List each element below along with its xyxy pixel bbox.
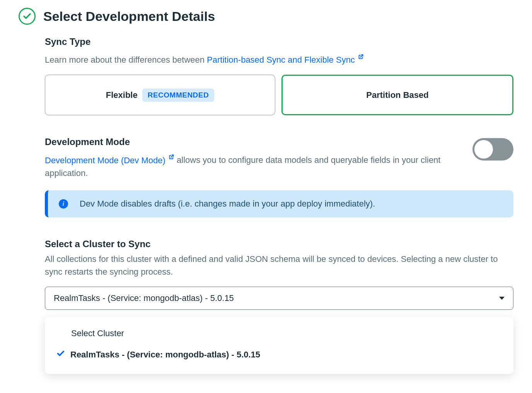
page-title: Select Development Details [43,9,215,24]
cluster-dropdown-header: Select Cluster [56,324,502,345]
external-link-icon [358,50,364,63]
chevron-down-icon [499,297,505,300]
external-link-icon [169,150,174,163]
devmode-description: Development Mode (Dev Mode) allows you t… [45,150,457,179]
devmode-heading: Development Mode [45,137,457,147]
devmode-banner-text: Dev Mode disables drafts (i.e. changes m… [80,199,375,209]
sync-option-flexible[interactable]: Flexible RECOMMENDED [45,75,275,115]
cluster-dropdown-item-label: RealmTasks - (Service: mongodb-atlas) - … [70,350,260,360]
sync-option-partition[interactable]: Partition Based [281,75,513,115]
cluster-dropdown-item[interactable]: RealmTasks - (Service: mongodb-atlas) - … [56,345,502,364]
devmode-toggle[interactable] [472,138,513,161]
toggle-knob [474,140,493,159]
cluster-description: All collections for this cluster with a … [45,253,513,278]
cluster-select[interactable]: RealmTasks - (Service: mongodb-atlas) - … [45,287,513,310]
cluster-selected-value: RealmTasks - (Service: mongodb-atlas) - … [54,293,234,303]
cluster-dropdown-panel: Select Cluster RealmTasks - (Service: mo… [45,317,513,374]
sync-option-flexible-label: Flexible [106,90,138,100]
sync-option-partition-label: Partition Based [366,90,428,100]
cluster-heading: Select a Cluster to Sync [45,239,513,249]
check-icon [56,349,65,360]
recommended-badge: RECOMMENDED [142,89,215,102]
info-icon: i [59,199,68,208]
sync-type-heading: Sync Type [45,36,513,47]
devmode-info-banner: i Dev Mode disables drafts (i.e. changes… [45,190,513,217]
sync-type-description: Learn more about the differences between… [45,50,513,66]
devmode-link[interactable]: Development Mode (Dev Mode) [45,155,177,165]
step-complete-icon [19,8,36,25]
sync-type-learn-link[interactable]: Partition-based Sync and Flexible Sync [207,55,364,65]
